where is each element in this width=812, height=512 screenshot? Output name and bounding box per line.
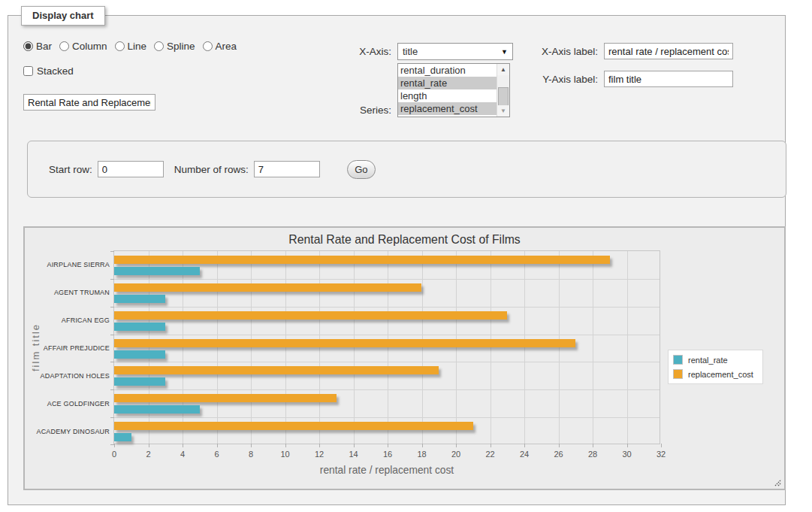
- x-axis-tick: [559, 444, 560, 447]
- y-axis-tick: [110, 335, 114, 335]
- scroll-up-icon[interactable]: ▲: [497, 64, 509, 75]
- bar-replacement_cost: [114, 366, 439, 374]
- chart-title: Rental Rate and Replacement Cost of Film…: [51, 232, 757, 247]
- gridline-vertical: [559, 251, 560, 444]
- bar-rental_rate: [114, 377, 165, 386]
- scroll-down-icon[interactable]: ▼: [497, 105, 509, 117]
- series-option-replacement_cost[interactable]: replacement_cost: [398, 102, 497, 115]
- num-rows-input[interactable]: [254, 161, 320, 177]
- x-axis-tick-label: 22: [485, 450, 494, 459]
- bar-rental_rate: [114, 350, 165, 359]
- x-axis-select-value: title: [403, 46, 418, 57]
- x-axis-tick-label: 16: [383, 450, 392, 459]
- series-scrollbar[interactable]: ▲ ▼: [497, 64, 509, 117]
- x-axis-tick: [524, 444, 525, 447]
- legend-label: replacement_cost: [688, 370, 753, 379]
- series-listbox-wrap: rental_durationrental_ratelengthreplacem…: [397, 63, 510, 117]
- x-axis-tick: [422, 444, 423, 447]
- stacked-row: Stacked: [23, 65, 74, 77]
- x-axis-tick: [251, 444, 252, 447]
- x-axis-tick: [661, 444, 662, 447]
- chart-type-radio-bar[interactable]: [23, 41, 33, 51]
- x-axis-tick: [456, 444, 457, 447]
- x-axis-tick-label: 30: [622, 450, 631, 459]
- x-axis-title: rental rate / replacement cost: [127, 464, 647, 476]
- x-axis-tick-label: 14: [349, 450, 358, 459]
- scrollbar-thumb[interactable]: [498, 87, 509, 107]
- chart-type-option-area[interactable]: Area: [203, 41, 237, 52]
- x-axis-tick-label: 28: [588, 450, 597, 459]
- x-axis-tick-label: 26: [554, 450, 563, 459]
- y-axis-tick: [110, 417, 114, 418]
- start-row-input[interactable]: [98, 161, 164, 177]
- resize-grip-icon[interactable]: [773, 477, 782, 486]
- x-axis-select[interactable]: title ▼: [397, 43, 513, 60]
- series-option-length[interactable]: length: [398, 89, 497, 102]
- gridline-horizontal: [114, 389, 660, 390]
- gridline-vertical: [285, 251, 286, 444]
- x-axis-tick-label: 20: [451, 450, 460, 459]
- display-chart-tab-label: Display chart: [32, 10, 94, 21]
- y-axis-tick: [110, 251, 114, 252]
- chart-type-label: Column: [72, 41, 107, 52]
- y-axis-tick: [110, 389, 114, 390]
- bar-replacement_cost: [114, 256, 610, 264]
- plot-area: 02468101214161820222426283032AIRPLANE SI…: [113, 250, 660, 444]
- x-axis-tick: [114, 444, 115, 447]
- legend-swatch: [673, 369, 683, 379]
- x-axis-tick: [217, 444, 218, 447]
- y-axis-label-field-label: Y-Axis label:: [515, 74, 598, 85]
- chart-title-input[interactable]: [23, 94, 155, 111]
- display-chart-tab[interactable]: Display chart: [21, 6, 105, 26]
- gridline-vertical: [149, 251, 149, 444]
- gridline-horizontal: [114, 307, 660, 308]
- y-axis-label-input[interactable]: [604, 71, 733, 87]
- x-axis-tick: [354, 444, 355, 447]
- dropdown-arrow-icon: ▼: [501, 48, 508, 56]
- x-axis-tick-label: 10: [280, 450, 289, 459]
- bar-rental_rate: [114, 405, 200, 414]
- x-axis-tick-label: 32: [657, 450, 666, 459]
- chart-type-option-line[interactable]: Line: [115, 41, 147, 52]
- x-axis-tick-label: 12: [315, 450, 324, 459]
- x-axis-tick: [285, 444, 286, 447]
- series-option-rental_duration[interactable]: rental_duration: [398, 64, 497, 77]
- go-button[interactable]: Go: [347, 160, 376, 179]
- gridline-vertical: [354, 251, 355, 444]
- display-chart-panel: BarColumnLineSplineArea Stacked X-Axis: …: [8, 15, 786, 505]
- x-axis-tick: [183, 444, 183, 447]
- series-option-rental_rate[interactable]: rental_rate: [398, 77, 497, 89]
- x-axis-tick: [149, 444, 149, 447]
- legend-item-replacement_cost[interactable]: replacement_cost: [673, 369, 753, 379]
- legend-swatch: [673, 355, 683, 365]
- chart-type-option-column[interactable]: Column: [59, 41, 107, 52]
- legend-item-rental_rate[interactable]: rental_rate: [673, 355, 753, 365]
- category-label: ACE GOLDFINGER: [27, 400, 110, 407]
- stacked-checkbox[interactable]: [23, 66, 33, 76]
- gridline-vertical: [593, 251, 593, 444]
- x-axis-tick: [319, 444, 320, 447]
- chart-type-radio-column[interactable]: [59, 41, 69, 51]
- bar-rental_rate: [114, 295, 165, 303]
- x-axis-select-label: X-Axis:: [309, 46, 391, 57]
- legend-label: rental_rate: [688, 356, 728, 365]
- row-controls-box: Start row: Number of rows: Go: [27, 141, 786, 198]
- chart-type-option-spline[interactable]: Spline: [154, 41, 195, 52]
- y-axis-tick: [110, 307, 114, 308]
- gridline-horizontal: [114, 417, 660, 418]
- chart-type-radio-spline[interactable]: [154, 41, 164, 51]
- x-axis-tick-label: 24: [520, 450, 529, 459]
- chart-type-label: Bar: [36, 41, 52, 52]
- chart-type-radio-line[interactable]: [115, 41, 125, 51]
- chart-type-radio-area[interactable]: [203, 41, 213, 51]
- y-axis-tick: [110, 362, 114, 362]
- gridline-vertical: [217, 251, 218, 444]
- x-axis-label-input[interactable]: [604, 43, 733, 59]
- chart-legend: rental_ratereplacement_cost: [668, 350, 763, 384]
- bar-replacement_cost: [114, 422, 473, 430]
- gridline-horizontal: [114, 279, 660, 280]
- chart-type-option-bar[interactable]: Bar: [23, 41, 52, 52]
- gridline-vertical: [183, 251, 183, 444]
- bar-replacement_cost: [114, 394, 337, 402]
- x-axis-tick-label: 18: [417, 450, 426, 459]
